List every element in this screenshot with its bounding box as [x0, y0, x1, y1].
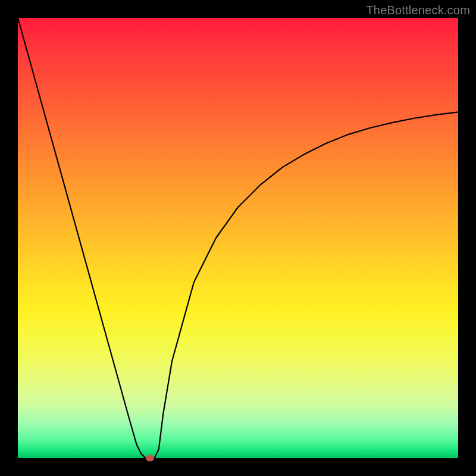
chart-frame: TheBottleneck.com [0, 0, 476, 476]
minimum-marker [146, 455, 154, 462]
watermark-text: TheBottleneck.com [366, 4, 470, 17]
plot-area [18, 18, 458, 458]
bottleneck-curve [18, 18, 458, 458]
